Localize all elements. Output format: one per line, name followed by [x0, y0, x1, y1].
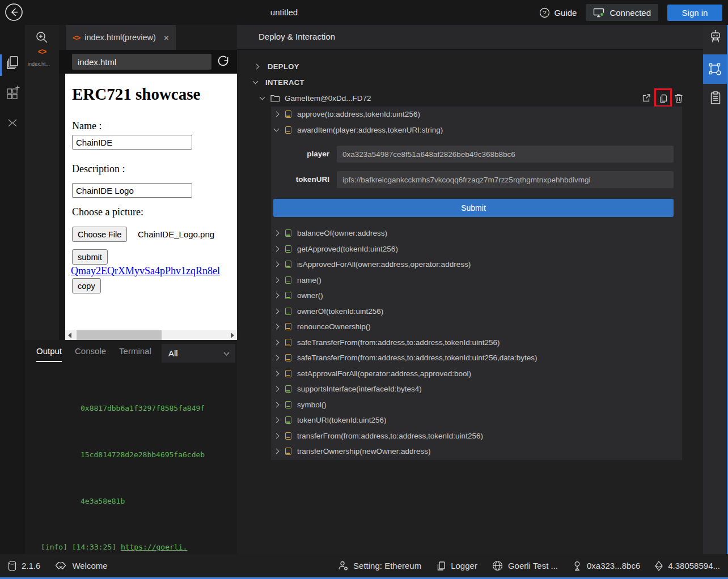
function-label: approve(to:address,tokenId:uint256)	[297, 110, 420, 118]
log-filter-dropdown[interactable]: All	[162, 344, 235, 363]
files-explorer-icon[interactable]	[6, 56, 19, 70]
function-row[interactable]: ownerOf(tokenId:uint256)	[271, 304, 682, 320]
topbar-actions: ? Guide Connected Sign in	[539, 0, 722, 25]
function-row[interactable]: setApprovalForAll(operator:address,appro…	[271, 366, 682, 382]
function-row[interactable]: balanceOf(owner:address)	[271, 225, 682, 241]
horizontal-scrollbar[interactable]	[65, 330, 237, 340]
function-row[interactable]: renounceOwnership()	[271, 319, 682, 335]
function-row[interactable]: transferFrom(from:address,to:address,tok…	[271, 428, 682, 444]
delete-contract-icon[interactable]	[674, 93, 683, 103]
guide-button[interactable]: ? Guide	[539, 7, 577, 18]
back-button[interactable]	[5, 3, 23, 22]
view-function-icon	[285, 276, 291, 284]
function-label: supportsInterface(interfaceId:bytes4)	[297, 385, 422, 393]
log-line: 0x8817dbb6a1f3297f8585fa849f	[41, 401, 237, 416]
logger-pages-icon	[436, 561, 446, 571]
arrow-left-circle-icon	[5, 3, 23, 22]
monitor-icon	[593, 7, 604, 18]
connected-status[interactable]: Connected	[586, 4, 658, 21]
network-setting-label: Setting: Ethereum	[353, 561, 421, 571]
sign-in-label: Sign in	[682, 8, 708, 18]
function-label: getApproved(tokenId:uint256)	[297, 245, 398, 253]
player-param-input[interactable]	[337, 146, 674, 163]
scroll-right-arrow[interactable]	[231, 333, 234, 338]
chevron-right-icon	[274, 355, 280, 361]
tree-item-index-html[interactable]: index.ht...	[28, 61, 57, 67]
collapse-sidebar-icon[interactable]	[6, 116, 19, 130]
function-row[interactable]: owner()	[271, 288, 682, 304]
status-bar: 2.1.6 Welcome Setting: Ethereum Logger	[0, 554, 728, 577]
preview-submit-button[interactable]: submit	[72, 249, 108, 265]
function-row[interactable]: name()	[271, 273, 682, 288]
zoom-in-icon[interactable]	[35, 30, 49, 45]
tab-label: index.html(preview)	[84, 33, 156, 42]
ipfs-hash-link[interactable]: Qmay2EQrXMyvSa4pPhv1zqRn8el	[71, 265, 237, 277]
function-row[interactable]: getApproved(tokenId:uint256)	[271, 241, 682, 257]
deploy-section-header[interactable]: DEPLOY	[237, 58, 703, 74]
chevron-right-icon	[274, 246, 280, 252]
person-gear-icon	[338, 561, 348, 571]
function-row[interactable]: transferOwnership(newOwner:address)	[271, 444, 682, 459]
connected-label: Connected	[610, 8, 651, 18]
tab-output[interactable]: Output	[36, 346, 62, 362]
audit-clipboard-icon[interactable]	[709, 91, 722, 105]
deploy-interaction-panel: Deploy & Interaction DEPLOY INTERACT Gam…	[237, 25, 703, 554]
copy-button[interactable]: copy	[72, 278, 101, 293]
deploy-interaction-tool-icon[interactable]	[703, 54, 727, 84]
chevron-right-icon	[274, 231, 280, 236]
chevron-down-icon	[274, 126, 280, 132]
description-field[interactable]	[72, 183, 192, 198]
wallet-balance[interactable]: 4.38058594...	[655, 561, 720, 571]
function-row[interactable]: safeTransferFrom(from:address,to:address…	[271, 350, 682, 366]
function-row-awarditem[interactable]: awardItem(player:address,tokenURI:string…	[271, 122, 682, 138]
copy-abi-icon[interactable]	[658, 93, 668, 104]
open-external-icon[interactable]	[641, 93, 651, 103]
log-output: 0x8817dbb6a1f3297f8585fa849f 15cd814728d…	[25, 370, 237, 554]
function-row[interactable]: tokenURI(tokenId:uint256)	[271, 412, 682, 428]
name-label: Name :	[72, 120, 101, 132]
welcome-button[interactable]: Welcome	[55, 561, 107, 571]
wallet-address[interactable]: 0xa323...8bc6	[573, 561, 640, 571]
function-row[interactable]: supportsInterface(interfaceId:bytes4)	[271, 381, 682, 397]
function-row[interactable]: isApprovedForAll(owner:address,operator:…	[271, 257, 682, 273]
view-function-icon	[285, 229, 291, 237]
function-label: name()	[297, 276, 321, 284]
function-row[interactable]: safeTransferFrom(from:address,to:address…	[271, 335, 682, 351]
network-selector[interactable]: Goerli Test ...	[492, 560, 558, 571]
function-row-approve[interactable]: approve(to:address,tokenId:uint256)	[271, 107, 682, 122]
panel-title: Deploy & Interaction	[259, 25, 703, 49]
view-function-icon	[285, 401, 291, 408]
add-panel-icon[interactable]	[6, 85, 20, 100]
svg-text:?: ?	[543, 9, 547, 16]
etherscan-link[interactable]: https://goerli.	[121, 543, 187, 551]
tokenuri-param-input[interactable]	[337, 171, 674, 188]
scrollbar-thumb[interactable]	[77, 330, 162, 340]
address-input[interactable]	[72, 54, 211, 70]
submit-transaction-button[interactable]: Submit	[273, 199, 674, 217]
chevron-down-icon	[224, 350, 230, 355]
chevron-right-icon	[274, 433, 280, 438]
interact-label: INTERACT	[265, 78, 304, 87]
write-function-icon	[285, 354, 291, 361]
name-field[interactable]	[72, 135, 192, 150]
sign-in-button[interactable]: Sign in	[667, 5, 722, 21]
logger-button[interactable]: Logger	[436, 561, 477, 571]
log-line: 15cd814728d2e28bb4695fa6cdeb	[41, 447, 237, 462]
close-tab-icon[interactable]: ×	[164, 33, 169, 42]
output-tabs: Output Console Terminal	[36, 340, 151, 368]
choose-file-button[interactable]: Choose File	[72, 227, 127, 242]
tab-console[interactable]: Console	[75, 346, 106, 362]
ai-assistant-icon[interactable]	[709, 29, 722, 44]
interact-section-header[interactable]: INTERACT	[237, 74, 703, 90]
version-label: 2.1.6	[22, 561, 40, 571]
filter-value: All	[168, 348, 178, 358]
network-setting[interactable]: Setting: Ethereum	[338, 561, 421, 571]
contract-instance-row[interactable]: GameItem@0xDd...FD72	[237, 90, 703, 106]
tab-terminal[interactable]: Terminal	[119, 346, 151, 362]
version-indicator[interactable]: 2.1.6	[8, 561, 40, 571]
tab-index-html-preview[interactable]: <> index.html(preview) ×	[66, 25, 176, 50]
scroll-left-arrow[interactable]	[68, 333, 71, 338]
function-row[interactable]: symbol()	[271, 397, 682, 413]
refresh-icon[interactable]	[217, 55, 230, 69]
logger-label: Logger	[451, 561, 477, 571]
